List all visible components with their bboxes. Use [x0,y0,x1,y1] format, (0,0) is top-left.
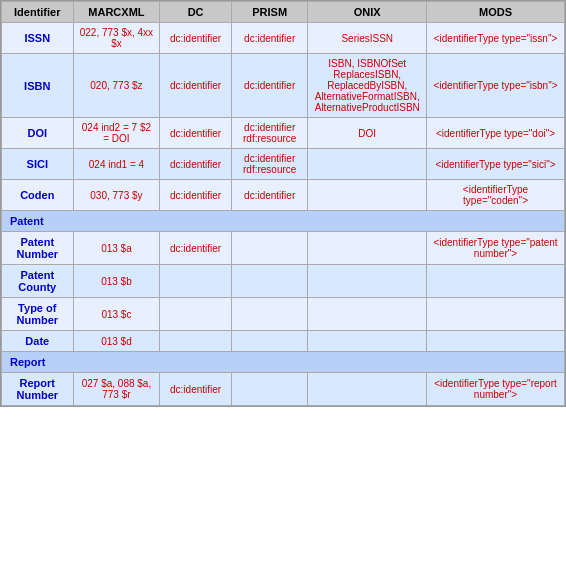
cell-prism [231,232,308,265]
cell-onix [308,373,427,406]
cell-dc: dc:identifier [160,118,232,149]
cell-mods [427,298,565,331]
cell-identifier: Type of Number [2,298,74,331]
cell-mods: <identifierType type="issn"> [427,23,565,54]
cell-onix [308,180,427,211]
cell-prism: dc:identifier rdf:resource [231,149,308,180]
cell-dc: dc:identifier [160,149,232,180]
cell-marcxml: 013 $d [73,331,160,352]
table-row: ISSN022, 773 $x, 4xx $xdc:identifierdc:i… [2,23,565,54]
cell-mods [427,331,565,352]
cell-prism: dc:identifier rdf:resource [231,118,308,149]
cell-prism [231,373,308,406]
cell-mods: <identifierType type="isbn"> [427,54,565,118]
section-label: Patent [2,211,565,232]
cell-onix: DOI [308,118,427,149]
cell-onix [308,331,427,352]
table-row: ISBN020, 773 $zdc:identifierdc:identifie… [2,54,565,118]
cell-marcxml: 013 $b [73,265,160,298]
cell-mods: <identifierType type="coden"> [427,180,565,211]
cell-dc [160,331,232,352]
cell-prism: dc:identifier [231,23,308,54]
cell-identifier: ISSN [2,23,74,54]
cell-dc: dc:identifier [160,373,232,406]
cell-mods: <identifierType type="patent number"> [427,232,565,265]
cell-onix: SeriesISSN [308,23,427,54]
header-row: Identifier MARCXML DC PRISM ONIX MODS [2,2,565,23]
cell-mods [427,265,565,298]
header-mods: MODS [427,2,565,23]
table-row: Patent County013 $b [2,265,565,298]
cell-mods: <identifierType type="report number"> [427,373,565,406]
header-prism: PRISM [231,2,308,23]
cell-identifier: Patent County [2,265,74,298]
header-dc: DC [160,2,232,23]
cell-mods: <identifierType type="doi"> [427,118,565,149]
cell-identifier: ISBN [2,54,74,118]
cell-onix [308,149,427,180]
cell-dc: dc:identifier [160,232,232,265]
cell-dc: dc:identifier [160,180,232,211]
cell-marcxml: 022, 773 $x, 4xx $x [73,23,160,54]
cell-mods: <identifierType type="sici"> [427,149,565,180]
table-row: Date013 $d [2,331,565,352]
cell-marcxml: 013 $a [73,232,160,265]
table-row: SICI024 ind1 = 4dc:identifierdc:identifi… [2,149,565,180]
identifier-table: Identifier MARCXML DC PRISM ONIX MODS IS… [1,1,565,406]
cell-identifier: Patent Number [2,232,74,265]
cell-prism: dc:identifier [231,54,308,118]
section-label: Report [2,352,565,373]
cell-prism [231,331,308,352]
cell-identifier: Report Number [2,373,74,406]
cell-onix [308,298,427,331]
cell-prism [231,265,308,298]
cell-onix [308,265,427,298]
cell-identifier: DOI [2,118,74,149]
cell-prism: dc:identifier [231,180,308,211]
cell-marcxml: 030, 773 $y [73,180,160,211]
header-onix: ONIX [308,2,427,23]
main-table-container: Identifier MARCXML DC PRISM ONIX MODS IS… [0,0,566,407]
cell-marcxml: 020, 773 $z [73,54,160,118]
table-row: Patent Number013 $adc:identifier<identif… [2,232,565,265]
cell-dc: dc:identifier [160,23,232,54]
cell-prism [231,298,308,331]
cell-marcxml: 024 ind2 = 7 $2 = DOI [73,118,160,149]
cell-onix [308,232,427,265]
cell-marcxml: 013 $c [73,298,160,331]
table-row: Coden030, 773 $ydc:identifierdc:identifi… [2,180,565,211]
table-row: Report Number027 $a, 088 $a, 773 $rdc:id… [2,373,565,406]
cell-marcxml: 024 ind1 = 4 [73,149,160,180]
header-marcxml: MARCXML [73,2,160,23]
table-row: Report [2,352,565,373]
cell-dc: dc:identifier [160,54,232,118]
table-row: DOI024 ind2 = 7 $2 = DOIdc:identifierdc:… [2,118,565,149]
cell-identifier: SICI [2,149,74,180]
header-identifier: Identifier [2,2,74,23]
cell-dc [160,298,232,331]
table-row: Type of Number013 $c [2,298,565,331]
table-row: Patent [2,211,565,232]
cell-dc [160,265,232,298]
cell-marcxml: 027 $a, 088 $a, 773 $r [73,373,160,406]
cell-identifier: Coden [2,180,74,211]
cell-identifier: Date [2,331,74,352]
cell-onix: ISBN, ISBNOfSet ReplacesISBN, ReplacedBy… [308,54,427,118]
